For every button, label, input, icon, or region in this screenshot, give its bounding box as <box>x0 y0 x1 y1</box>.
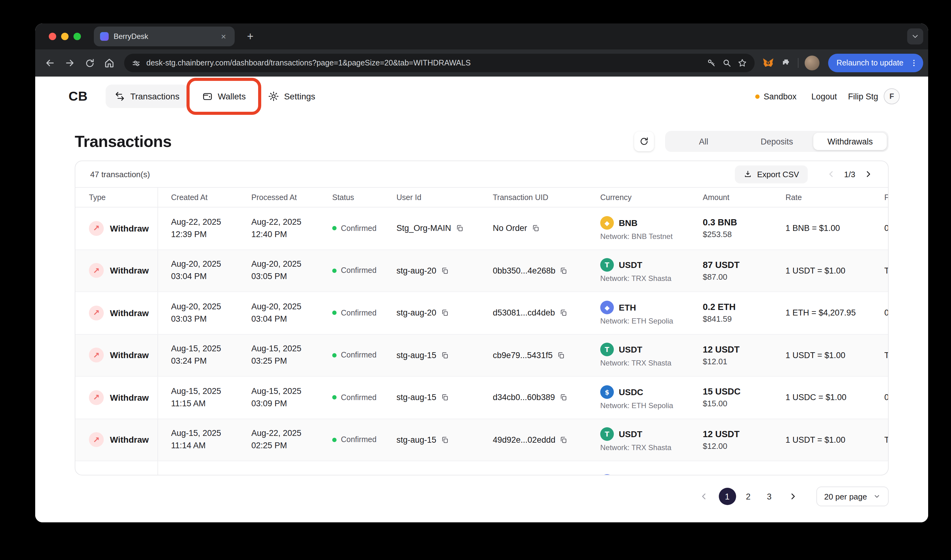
cell-amount: 12 USDT$12.00 <box>690 419 772 461</box>
transactions-card: 47 transaction(s) Export CSV 1/3 Type <box>75 160 889 475</box>
cell-type: ↗Withdraw <box>75 208 158 249</box>
table-row: ↗WithdrawAug-20, 202503:03 PMAug-20, 202… <box>75 292 889 334</box>
cell-transaction-uid: 0bb350...4e268b <box>480 250 587 291</box>
page-button-3[interactable]: 3 <box>760 488 778 505</box>
tab-withdrawals[interactable]: Withdrawals <box>814 133 887 150</box>
export-csv-button[interactable]: Export CSV <box>735 165 808 183</box>
tab-all[interactable]: All <box>667 133 740 150</box>
nav-item-transactions[interactable]: Transactions <box>106 85 188 108</box>
currency-symbol: USDT <box>619 345 642 355</box>
relaunch-to-update-button[interactable]: Relaunch to update <box>828 54 923 72</box>
url-text[interactable]: desk-stg.chainberry.com/dashboard/transa… <box>146 58 700 67</box>
currency-symbol: USDC <box>619 387 643 397</box>
extensions-puzzle-icon[interactable] <box>780 57 791 69</box>
tab-close-icon[interactable]: × <box>219 31 228 42</box>
copy-icon[interactable] <box>559 394 567 402</box>
page-size-select[interactable]: 20 per page <box>816 486 889 506</box>
copy-icon[interactable] <box>441 309 449 317</box>
cell-type: ↗Withdraw <box>75 461 158 475</box>
cell-user-id: Stg_Org-MAIN <box>383 208 480 249</box>
extensions-area <box>759 55 822 71</box>
app-logo[interactable]: CB <box>69 89 88 104</box>
copy-icon[interactable] <box>455 225 463 232</box>
card-header: 47 transaction(s) Export CSV 1/3 <box>75 161 888 188</box>
cell-currency: $USDCNetwork: ETH Sepolia <box>587 377 690 418</box>
currency-network: Network: TRX Shasta <box>600 359 690 368</box>
page-next-icon[interactable] <box>785 489 800 504</box>
main-nav: Transactions Wallets Settings <box>106 85 324 108</box>
nav-item-wallets[interactable]: Wallets <box>193 85 254 108</box>
title-row: Transactions All Deposits Withdrawals <box>75 131 889 152</box>
type-label: Withdraw <box>110 223 149 233</box>
window-close-button[interactable] <box>49 33 56 40</box>
copy-icon[interactable] <box>441 351 449 359</box>
refresh-button[interactable] <box>634 132 654 151</box>
forward-button[interactable] <box>60 53 80 73</box>
currency-coin-icon: T <box>600 258 614 272</box>
cell-user-id <box>383 461 480 475</box>
environment-badge: Sandbox <box>755 92 797 101</box>
home-icon <box>104 57 115 69</box>
copy-icon[interactable] <box>441 267 449 275</box>
cell-amount: 87 USDT$87.00 <box>690 250 772 291</box>
currency-network: Network: ETH Sepolia <box>600 402 690 410</box>
table-row: ↗WithdrawAug-15, 202511:14 AMAug-22, 202… <box>75 419 889 461</box>
copy-icon[interactable] <box>560 267 568 275</box>
copy-icon[interactable] <box>441 436 449 444</box>
type-label: Withdraw <box>110 393 149 403</box>
browser-menu-kebab-icon[interactable] <box>909 58 918 68</box>
page-title: Transactions <box>75 132 172 151</box>
copy-icon[interactable] <box>559 309 567 317</box>
table-row: ↗WithdrawAug-20, 202503:04 PMAug-20, 202… <box>75 250 889 292</box>
cell-amount: 15 USDC$15.00 <box>690 377 772 418</box>
page-prev-icon[interactable] <box>696 489 711 504</box>
page-button-1[interactable]: 1 <box>719 488 736 505</box>
main-content: Transactions All Deposits Withdrawals 47… <box>35 131 928 506</box>
tab-deposits[interactable]: Deposits <box>740 133 813 150</box>
nav-item-settings[interactable]: Settings <box>259 85 324 108</box>
cell-transaction-uid: d53081...cd4deb <box>480 292 587 334</box>
cell-currency: TUSDTNetwork: TRX Shasta <box>587 419 690 461</box>
table-row: ↗WithdrawAug-15, 2025Aug-20, 2025◆ETH0.3… <box>75 461 889 475</box>
table-row: ↗WithdrawAug-22, 202512:39 PMAug-22, 202… <box>75 208 889 250</box>
pager-prev-icon[interactable] <box>826 169 836 179</box>
withdraw-arrow-icon: ↗ <box>89 475 104 476</box>
col-header-processed: Processed At <box>239 188 319 207</box>
avatar[interactable]: F <box>884 88 900 105</box>
back-button[interactable] <box>40 53 60 73</box>
cell-type: ↗Withdraw <box>75 377 158 418</box>
password-key-icon[interactable] <box>706 58 716 68</box>
logout-link[interactable]: Logout <box>811 92 837 101</box>
currency-coin-icon: $ <box>600 385 614 399</box>
address-bar[interactable]: desk-stg.chainberry.com/dashboard/transa… <box>124 54 754 72</box>
cell-amount: 0.2 ETH$841.59 <box>690 292 772 334</box>
copy-icon[interactable] <box>560 436 568 444</box>
window-minimize-button[interactable] <box>61 33 69 40</box>
search-lens-icon[interactable] <box>722 58 731 68</box>
cell-transaction-uid: d34cb0...60b389 <box>480 377 587 418</box>
cell-processed-at: Aug-15, 202503:25 PM <box>239 334 319 376</box>
copy-icon[interactable] <box>557 351 565 359</box>
home-button[interactable] <box>99 53 119 73</box>
pager-next-icon[interactable] <box>863 169 873 179</box>
tab-search-button[interactable] <box>907 28 923 45</box>
copy-icon[interactable] <box>531 225 539 232</box>
cell-from: 0 <box>871 292 889 334</box>
metamask-extension-icon[interactable] <box>762 57 774 69</box>
nav-label-settings: Settings <box>284 91 315 101</box>
cell-transaction-uid: No Order <box>480 208 587 249</box>
browser-window: BerryDesk × + desk-stg.c <box>35 23 928 522</box>
reload-button[interactable] <box>80 53 99 73</box>
app-header: CB Transactions Wallets Settings <box>35 77 928 116</box>
bookmark-star-icon[interactable] <box>737 58 747 68</box>
window-zoom-button[interactable] <box>74 33 81 40</box>
copy-icon[interactable] <box>441 394 449 402</box>
currency-network: Network: ETH Sepolia <box>600 317 690 325</box>
new-tab-button[interactable]: + <box>243 30 257 43</box>
browser-tab[interactable]: BerryDesk × <box>94 26 235 46</box>
cell-from: TP <box>871 334 889 376</box>
page-button-2[interactable]: 2 <box>740 488 757 505</box>
col-header-type: Type <box>75 188 158 207</box>
cell-from: TP <box>871 250 889 291</box>
browser-profile-avatar[interactable] <box>804 55 819 71</box>
